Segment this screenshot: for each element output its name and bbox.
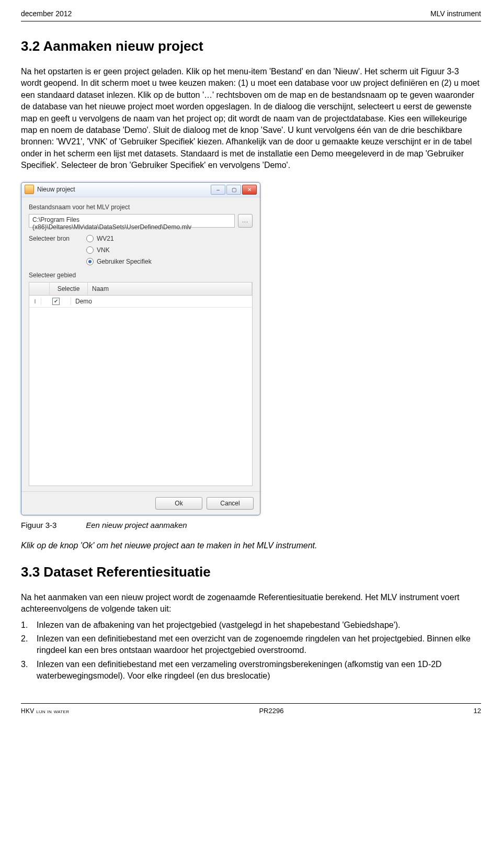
list-item: 2. Inlezen van een definitiebestand met … xyxy=(21,633,481,657)
table-header-selection[interactable]: Selectie xyxy=(50,283,88,295)
radio-icon xyxy=(86,235,94,242)
new-project-dialog: Nieuw project – ▢ ✕ Bestandsnaam voor he… xyxy=(21,182,260,515)
figure-caption: Figuur 3-3 Een nieuw project aanmaken xyxy=(21,521,481,529)
row-selection-cell[interactable] xyxy=(41,297,71,305)
after-figure-instruction: Klik op de knop 'Ok' om het nieuwe proje… xyxy=(21,540,481,551)
figure-label: Figuur 3-3 xyxy=(21,521,84,529)
cancel-button[interactable]: Cancel xyxy=(207,497,254,510)
footer-center: PR2296 xyxy=(259,707,283,715)
section-3-3-list: 1. Inlezen van de afbakening van het pro… xyxy=(21,619,481,682)
header-doc-title: MLV instrument xyxy=(430,9,481,18)
table-header-name[interactable]: Naam xyxy=(88,283,252,295)
radio-icon xyxy=(86,246,94,254)
radio-gebruiker-specifiek[interactable]: Gebruiker Specifiek xyxy=(86,258,152,265)
select-area-label: Selecteer gebied xyxy=(29,272,253,279)
close-button[interactable]: ✕ xyxy=(242,185,257,195)
header-rule xyxy=(21,21,481,21)
section-3-3-intro: Na het aanmaken van een nieuw project wo… xyxy=(21,592,481,615)
ok-button[interactable]: Ok xyxy=(155,497,202,510)
list-number: 1. xyxy=(21,619,37,631)
footer-page-number: 12 xyxy=(474,707,481,715)
radio-vnk[interactable]: VNK xyxy=(86,246,152,254)
radio-wv21[interactable]: WV21 xyxy=(86,235,152,242)
maximize-button[interactable]: ▢ xyxy=(226,185,241,195)
filepath-input[interactable]: C:\Program Files (x86)\Deltares\Mlv\data… xyxy=(29,214,235,228)
dialog-title: Nieuw project xyxy=(37,186,211,193)
browse-button[interactable]: ... xyxy=(238,214,253,228)
table-row[interactable]: I Demo xyxy=(29,296,252,308)
dialog-titlebar[interactable]: Nieuw project – ▢ ✕ xyxy=(21,183,260,197)
filename-group-label: Bestandsnaam voor het MLV project xyxy=(29,204,253,211)
radio-icon xyxy=(86,258,94,265)
row-name-cell: Demo xyxy=(71,298,252,305)
list-text: Inlezen van een definitiebestand met een… xyxy=(37,659,481,682)
radio-label: VNK xyxy=(97,246,110,254)
radio-label: WV21 xyxy=(97,235,114,242)
app-icon xyxy=(25,185,34,194)
section-3-3-heading: 3.3 Dataset Referentiesituatie xyxy=(21,564,481,580)
list-item: 1. Inlezen van de afbakening van het pro… xyxy=(21,619,481,631)
list-number: 3. xyxy=(21,659,37,682)
section-3-2-heading: 3.2 Aanmaken nieuw project xyxy=(21,38,481,54)
figure-3-3: Nieuw project – ▢ ✕ Bestandsnaam voor he… xyxy=(21,182,260,515)
minimize-button[interactable]: – xyxy=(211,185,225,195)
list-number: 2. xyxy=(21,633,37,657)
footer-left: HKV lijn in water xyxy=(21,707,69,715)
list-text: Inlezen van een definitiebestand met een… xyxy=(37,633,481,657)
row-marker: I xyxy=(29,298,41,305)
section-3-2-body: Na het opstarten is er geen project gela… xyxy=(21,66,481,172)
header-date: december 2012 xyxy=(21,9,72,18)
table-empty-area xyxy=(29,308,252,486)
checkbox-icon xyxy=(52,298,60,305)
select-source-label: Selecteer bron xyxy=(29,235,86,242)
list-text: Inlezen van de afbakening van het projec… xyxy=(37,619,401,631)
figure-desc: Een nieuw project aanmaken xyxy=(86,521,187,529)
radio-label: Gebruiker Specifiek xyxy=(97,258,152,265)
table-header-blank xyxy=(29,283,50,295)
list-item: 3. Inlezen van een definitiebestand met … xyxy=(21,659,481,682)
area-table: Selectie Naam I Demo xyxy=(29,282,253,486)
